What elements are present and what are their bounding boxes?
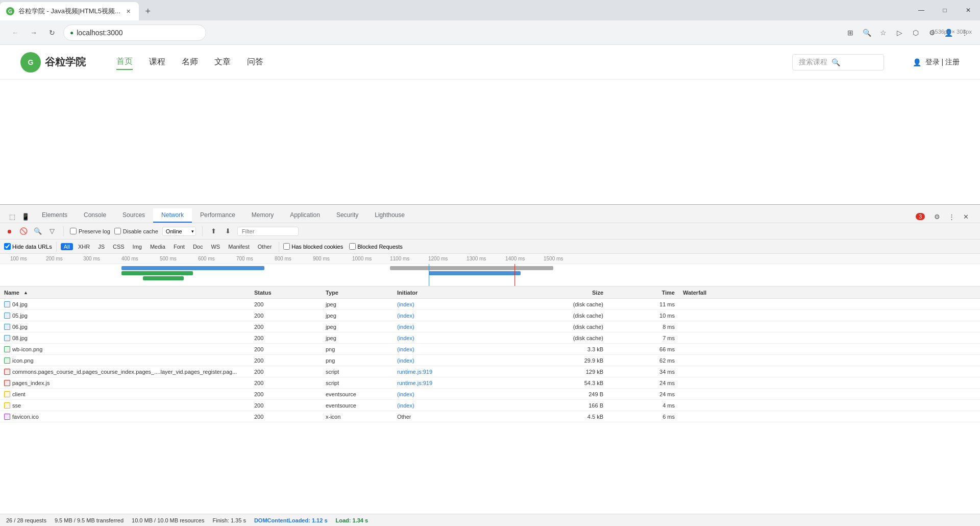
filter-manifest[interactable]: Manifest bbox=[225, 243, 253, 250]
col-header-initiator[interactable]: Initiator bbox=[393, 290, 516, 296]
url-bar[interactable]: ● localhost:3000 bbox=[63, 25, 206, 41]
row-type: script bbox=[322, 369, 393, 375]
preserve-log-input[interactable] bbox=[70, 228, 77, 234]
blocked-requests-checkbox[interactable]: Blocked Requests bbox=[349, 243, 403, 250]
table-row[interactable]: wb-icon.png 200 png (index) 3.3 kB 66 ms bbox=[0, 344, 980, 355]
filter-input[interactable] bbox=[242, 228, 294, 234]
address-bar: ← → ↻ ● localhost:3000 ⊞ 🔍 ☆ ▷ ⬡ ⚙ 👤 ⋮ 1… bbox=[0, 20, 980, 45]
maximize-button[interactable]: □ bbox=[933, 0, 957, 20]
table-row[interactable]: 04.jpg 200 jpeg (index) (disk cache) 11 … bbox=[0, 299, 980, 310]
nav-item-teacher[interactable]: 名师 bbox=[182, 55, 198, 69]
preserve-log-label: Preserve log bbox=[79, 228, 110, 234]
col-header-name[interactable]: Name ▲ bbox=[0, 290, 250, 296]
row-time: 24 ms bbox=[607, 391, 679, 397]
error-badge: 3 bbox=[916, 213, 925, 220]
close-button[interactable]: ✕ bbox=[957, 0, 980, 20]
tab-console[interactable]: Console bbox=[76, 208, 114, 223]
forward-button[interactable]: → bbox=[27, 26, 41, 40]
reload-button[interactable]: ↻ bbox=[45, 26, 59, 40]
extension2-button[interactable]: ⬡ bbox=[909, 26, 923, 40]
disable-cache-input[interactable] bbox=[114, 228, 121, 234]
row-name: favicon.ico bbox=[0, 414, 250, 420]
tab-application[interactable]: Application bbox=[282, 208, 328, 223]
filter-all[interactable]: All bbox=[61, 243, 73, 250]
table-row[interactable]: 06.jpg 200 jpeg (index) (disk cache) 8 m… bbox=[0, 321, 980, 332]
new-tab-button[interactable]: + bbox=[141, 4, 155, 18]
table-row[interactable]: icon.png 200 png (index) 29.9 kB 62 ms bbox=[0, 355, 980, 366]
filter-button[interactable]: ▽ bbox=[47, 226, 57, 236]
wf-bar-sub bbox=[121, 271, 193, 275]
inspect-element-button[interactable]: ⬚ bbox=[6, 210, 18, 223]
col-header-type[interactable]: Type bbox=[322, 290, 393, 296]
filter-font[interactable]: Font bbox=[170, 243, 188, 250]
filter-css[interactable]: CSS bbox=[110, 243, 128, 250]
row-name: sse bbox=[0, 402, 250, 409]
ruler-900ms: 900 ms bbox=[313, 256, 330, 261]
tab-security[interactable]: Security bbox=[328, 208, 366, 223]
preserve-log-checkbox[interactable]: Preserve log bbox=[70, 228, 110, 234]
hide-data-urls-checkbox[interactable]: Hide data URLs bbox=[4, 243, 52, 250]
blocked-requests-input[interactable] bbox=[349, 243, 356, 250]
clear-button[interactable]: 🚫 bbox=[18, 226, 29, 236]
tab-elements[interactable]: Elements bbox=[34, 208, 76, 223]
close-devtools-button[interactable]: ✕ bbox=[960, 210, 972, 223]
hide-data-urls-input[interactable] bbox=[4, 243, 11, 250]
table-row[interactable]: pages_index.js 200 script runtime.js:919… bbox=[0, 377, 980, 389]
customize-button[interactable]: ⋮ bbox=[945, 210, 958, 223]
import-har-button[interactable]: ⬆ bbox=[209, 226, 219, 236]
page-content: G 谷粒学院 首页 课程 名师 文章 问答 搜索课程 🔍 👤 登录 | 注册 bbox=[0, 45, 980, 526]
col-header-waterfall[interactable]: Waterfall bbox=[679, 290, 980, 296]
blocked-cookies-input[interactable] bbox=[283, 243, 290, 250]
active-tab[interactable]: G 谷粒学院 - Java视频|HTML5视频... ✕ bbox=[0, 2, 139, 20]
record-button[interactable]: ⏺ bbox=[4, 226, 14, 236]
tab-memory[interactable]: Memory bbox=[243, 208, 282, 223]
table-row[interactable]: client 200 eventsource (index) 249 B 24 … bbox=[0, 389, 980, 400]
tab-network[interactable]: Network bbox=[153, 208, 192, 223]
filter-img[interactable]: Img bbox=[130, 243, 145, 250]
minimize-button[interactable]: — bbox=[910, 0, 933, 20]
filter-xhr[interactable]: XHR bbox=[75, 243, 93, 250]
translate-button[interactable]: ⊞ bbox=[843, 26, 857, 40]
filter-media[interactable]: Media bbox=[147, 243, 168, 250]
table-row[interactable]: commons.pages_course_id.pages_course_ind… bbox=[0, 366, 980, 377]
tab-performance[interactable]: Performance bbox=[192, 208, 243, 223]
tab-lighthouse[interactable]: Lighthouse bbox=[366, 208, 413, 223]
bookmark-button[interactable]: ☆ bbox=[876, 26, 890, 40]
filter-other[interactable]: Other bbox=[255, 243, 275, 250]
col-header-status[interactable]: Status bbox=[250, 290, 322, 296]
filter-ws[interactable]: WS bbox=[208, 243, 223, 250]
search-network-button[interactable]: 🔍 bbox=[33, 226, 43, 236]
row-initiator: (index) bbox=[393, 335, 516, 341]
ruler-800ms: 800 ms bbox=[275, 256, 291, 261]
timeline-ruler: 100 ms 200 ms 300 ms 400 ms 500 ms 600 m… bbox=[0, 254, 980, 264]
row-name: pages_index.js bbox=[0, 380, 250, 386]
timeline-waterfall[interactable] bbox=[0, 264, 980, 286]
blocked-cookies-checkbox[interactable]: Has blocked cookies bbox=[283, 243, 343, 250]
disable-cache-checkbox[interactable]: Disable cache bbox=[114, 228, 158, 234]
nav-item-course[interactable]: 课程 bbox=[149, 55, 165, 69]
table-row[interactable]: 08.jpg 200 jpeg (index) (disk cache) 7 m… bbox=[0, 332, 980, 344]
back-button[interactable]: ← bbox=[8, 26, 22, 40]
settings-button[interactable]: ⚙ bbox=[931, 210, 943, 223]
nav-item-qa[interactable]: 问答 bbox=[247, 55, 263, 69]
tab-sources[interactable]: Sources bbox=[114, 208, 153, 223]
table-row[interactable]: 05.jpg 200 jpeg (index) (disk cache) 10 … bbox=[0, 310, 980, 321]
nav-item-home[interactable]: 首页 bbox=[116, 54, 133, 70]
tab-close-button[interactable]: ✕ bbox=[125, 7, 133, 15]
site-search[interactable]: 搜索课程 🔍 bbox=[792, 54, 884, 70]
wf-bar-main bbox=[121, 266, 264, 270]
device-toolbar-button[interactable]: 📱 bbox=[19, 210, 32, 223]
row-name: 08.jpg bbox=[0, 335, 250, 341]
filter-doc[interactable]: Doc bbox=[190, 243, 206, 250]
extension1-button[interactable]: ▷ bbox=[892, 26, 906, 40]
col-header-size[interactable]: Size bbox=[516, 290, 607, 296]
auth-text[interactable]: 登录 | 注册 bbox=[925, 58, 960, 67]
export-har-button[interactable]: ⬇ bbox=[223, 226, 233, 236]
col-header-time[interactable]: Time bbox=[607, 290, 679, 296]
table-row[interactable]: favicon.ico 200 x-icon Other 4.5 kB 6 ms bbox=[0, 411, 980, 422]
nav-item-article[interactable]: 文章 bbox=[214, 55, 231, 69]
table-row[interactable]: sse 200 eventsource (index) 166 B 4 ms bbox=[0, 400, 980, 411]
filter-js[interactable]: JS bbox=[95, 243, 108, 250]
throttle-select[interactable]: Online Fast 3G Slow 3G Offline bbox=[162, 227, 196, 236]
zoom-button[interactable]: 🔍 bbox=[860, 26, 874, 40]
